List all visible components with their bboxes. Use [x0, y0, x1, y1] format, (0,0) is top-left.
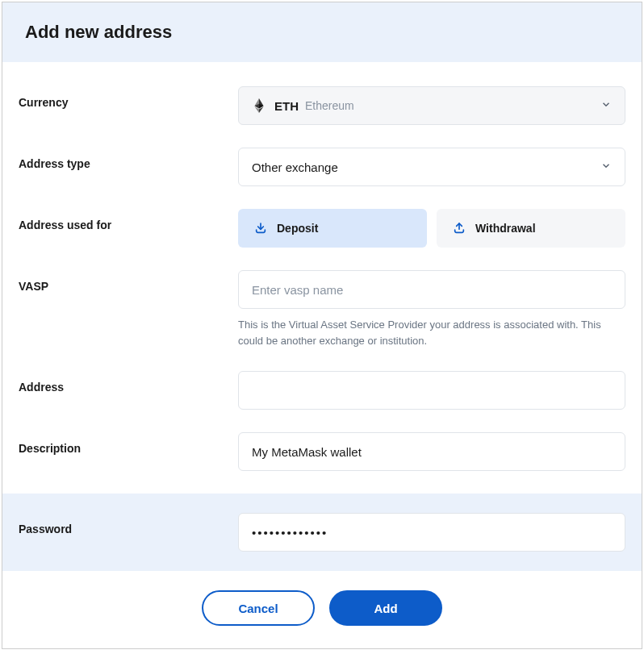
address-label: Address [19, 371, 238, 394]
modal-footer: Cancel Add [19, 571, 625, 648]
vasp-help-text: This is the Virtual Asset Service Provid… [238, 317, 625, 348]
password-section: Password [2, 494, 642, 571]
currency-label: Currency [19, 86, 238, 109]
withdrawal-icon [453, 222, 466, 235]
modal-body: Currency ETH Ethereum Address type [2, 62, 642, 648]
ethereum-icon [252, 98, 266, 113]
address-row: Address [19, 371, 625, 410]
address-type-label: Address type [19, 148, 238, 170]
description-input-wrap [238, 432, 625, 471]
address-type-value: Other exchange [252, 160, 338, 174]
page-title: Add new address [25, 22, 619, 43]
description-row: Description [19, 432, 625, 471]
withdrawal-label: Withdrawal [475, 222, 536, 235]
modal-header: Add new address [2, 2, 642, 62]
password-label: Password [19, 513, 238, 535]
used-for-toggle: Deposit Withdrawal [238, 209, 625, 248]
used-for-row: Address used for Deposit Withdrawal [19, 209, 625, 248]
address-input-wrap [238, 371, 625, 410]
currency-name: Ethereum [305, 99, 354, 112]
address-type-row: Address type Other exchange [19, 148, 625, 186]
withdrawal-toggle[interactable]: Withdrawal [437, 209, 625, 248]
password-input-wrap [238, 513, 625, 552]
currency-symbol: ETH [274, 99, 299, 113]
chevron-down-icon [600, 160, 612, 174]
add-address-modal: Add new address Currency ETH Ethereum [2, 2, 642, 649]
deposit-toggle[interactable]: Deposit [238, 209, 427, 248]
deposit-icon [254, 222, 267, 235]
cancel-button[interactable]: Cancel [202, 590, 315, 626]
password-input[interactable] [252, 526, 612, 539]
password-row: Password [19, 513, 625, 552]
description-label: Description [19, 432, 238, 455]
add-button[interactable]: Add [329, 590, 442, 626]
currency-row: Currency ETH Ethereum [19, 86, 625, 125]
description-input[interactable] [252, 445, 612, 459]
address-type-select[interactable]: Other exchange [238, 148, 625, 186]
vasp-label: VASP [19, 270, 238, 293]
vasp-input-wrap [238, 270, 625, 309]
used-for-label: Address used for [19, 209, 238, 231]
address-input[interactable] [252, 384, 612, 398]
currency-select[interactable]: ETH Ethereum [238, 86, 625, 125]
vasp-input[interactable] [252, 283, 612, 297]
deposit-label: Deposit [277, 222, 318, 235]
vasp-row: VASP This is the Virtual Asset Service P… [19, 270, 625, 348]
chevron-down-icon [600, 99, 612, 113]
